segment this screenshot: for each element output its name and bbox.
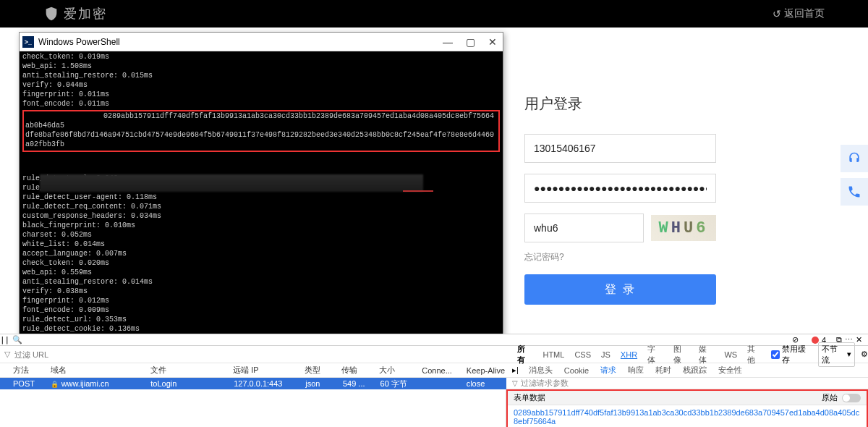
back-arrow-icon: ↺ xyxy=(773,8,781,20)
filter-request-label: 过滤请求参数 xyxy=(521,378,569,389)
pause-icon[interactable]: || xyxy=(0,335,9,344)
tab-xhr[interactable]: XHR xyxy=(618,349,639,360)
search-icon[interactable]: 🔍 xyxy=(12,335,22,344)
network-request-row[interactable]: POST www.ijiami.cn toLogin 127.0.0.1:443… xyxy=(0,378,506,389)
url-filter-input[interactable] xyxy=(14,350,101,359)
disable-cache-checkbox[interactable]: 禁用缓存 xyxy=(771,344,813,365)
brand-logo: 爱加密 xyxy=(43,5,107,22)
filter-icon[interactable]: ▽ xyxy=(4,350,10,359)
raw-label: 原始 xyxy=(822,392,838,403)
tab-ws[interactable]: WS xyxy=(722,349,739,360)
close-button[interactable]: ✕ xyxy=(488,36,497,48)
subtab-stack[interactable]: 栈跟踪 xyxy=(681,363,708,377)
powershell-icon: >_ xyxy=(22,36,34,48)
tab-js[interactable]: JS xyxy=(599,349,613,360)
username-input[interactable] xyxy=(524,134,716,163)
window-title: Windows PowerShell xyxy=(38,37,120,47)
terminal-body[interactable]: check_token: 0.019msweb_api: 1.508msanti… xyxy=(20,51,503,339)
filter-icon[interactable]: ▽ xyxy=(512,379,518,387)
float-actions xyxy=(841,145,868,206)
minimize-button[interactable]: — xyxy=(443,36,453,48)
raw-toggle[interactable] xyxy=(842,394,861,402)
login-panel: 用户登录 WHU6 忘记密码? 登 录 xyxy=(524,94,749,305)
blurred-region xyxy=(40,174,423,192)
subtab-headers[interactable]: 消息头 xyxy=(527,363,554,377)
phone-button[interactable] xyxy=(841,178,868,206)
brand-text: 爱加密 xyxy=(64,5,107,22)
subtab-cookie[interactable]: Cookie xyxy=(563,365,590,376)
shield-icon xyxy=(43,6,59,22)
tab-html[interactable]: HTML xyxy=(540,349,566,360)
captcha-image[interactable]: WHU6 xyxy=(651,215,716,241)
password-input[interactable] xyxy=(524,174,716,203)
subtab-response[interactable]: 响应 xyxy=(626,363,645,377)
phone-icon xyxy=(847,185,861,199)
subtab-timings[interactable]: 耗时 xyxy=(654,363,673,377)
login-button[interactable]: 登 录 xyxy=(524,274,716,305)
devtools-panel: ▽ 所有 HTML CSS JS XHR 字体 图像 媒体 WS 其他 禁用缓存… xyxy=(0,345,868,427)
tab-collapse-icon[interactable]: ▸| xyxy=(512,365,519,375)
form-data-label: 表单数据 xyxy=(514,392,545,403)
window-titlebar[interactable]: >_ Windows PowerShell — ▢ ✕ xyxy=(20,33,503,51)
tab-css[interactable]: CSS xyxy=(572,349,593,360)
form-data-value[interactable]: 0289abb157911dff740df5faf13b9913a1ab3ca3… xyxy=(508,405,867,427)
forgot-password-link[interactable]: 忘记密码? xyxy=(524,251,749,263)
network-table-empty xyxy=(0,389,506,427)
gear-icon[interactable]: ⚙ xyxy=(861,350,868,359)
captcha-input[interactable] xyxy=(524,214,644,242)
app-topbar: 爱加密 ↺ 返回首页 xyxy=(0,0,868,28)
login-title: 用户登录 xyxy=(524,94,749,114)
network-columns-header: 方法 域名 文件 远端 IP 类型 传输 大小 Conne... Keep-Al… xyxy=(0,363,506,377)
back-home-label: 返回首页 xyxy=(784,7,825,20)
request-detail-panel: 表单数据 原始 0289abb157911dff740df5faf13b9913… xyxy=(506,389,868,427)
subtab-security[interactable]: 安全性 xyxy=(717,363,744,377)
support-headset-button[interactable] xyxy=(841,145,868,172)
chevron-down-icon: ▾ xyxy=(847,350,851,359)
back-home-link[interactable]: ↺ 返回首页 xyxy=(773,7,825,20)
highlighted-output: 0289abb157911dff740df5faf13b9913a1ab3ca3… xyxy=(22,110,500,152)
headset-icon xyxy=(847,151,861,166)
powershell-window: >_ Windows PowerShell — ▢ ✕ check_token:… xyxy=(19,32,503,339)
subtab-request[interactable]: 请求 xyxy=(599,363,618,377)
maximize-button[interactable]: ▢ xyxy=(466,36,475,48)
